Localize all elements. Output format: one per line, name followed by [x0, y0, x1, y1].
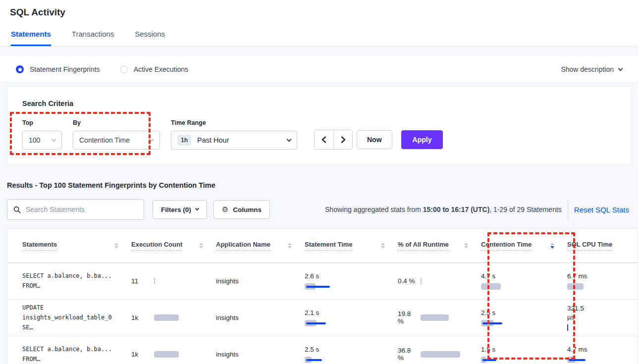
- column-header-label: % of All Runtime: [398, 241, 449, 251]
- gear-icon: ⚙: [222, 205, 228, 214]
- statement-text-line[interactable]: FROM…: [22, 354, 121, 364]
- now-button[interactable]: Now: [357, 130, 392, 149]
- time-range-label: Time Range: [171, 119, 297, 126]
- radio-selected-icon[interactable]: [16, 65, 24, 73]
- chevron-down-icon: [195, 207, 199, 210]
- cell-value: 2.5 s: [305, 345, 319, 354]
- table-header-row: StatementsExecution CountApplication Nam…: [7, 229, 638, 262]
- sort-toggle-icon[interactable]: [464, 243, 468, 249]
- value-with-bar: 2.5 s: [305, 345, 388, 363]
- prev-time-button[interactable]: [315, 130, 333, 149]
- bar-blue: [482, 359, 496, 361]
- value-with-bar: 19.8 %: [398, 310, 471, 325]
- top-select[interactable]: 100: [22, 131, 62, 150]
- results-heading: Results - Top 100 Statement Fingerprints…: [7, 181, 638, 189]
- statement-cell: SELECT a.balance, b.ba...FROM…: [7, 336, 131, 364]
- cell-value: 321.5 µs: [567, 304, 592, 322]
- reset-sql-stats-link[interactable]: Reset SQL Stats: [574, 206, 631, 214]
- table-row[interactable]: SELECT a.balance, b.ba...FROM…11insights…: [7, 262, 638, 299]
- value-bar: [421, 278, 471, 284]
- application-name-cell: insights: [216, 299, 305, 336]
- radio-statement-fingerprints[interactable]: Statement Fingerprints: [16, 65, 100, 73]
- bar-gray: [567, 283, 584, 290]
- sort-toggle-icon[interactable]: [288, 243, 292, 249]
- page-header: SQL Activity Statements Transactions Ses…: [0, 0, 638, 47]
- execution-count-cell: 11: [131, 262, 216, 299]
- chevron-down-icon: [52, 137, 56, 142]
- column-header-label: Application Name: [216, 241, 270, 251]
- search-statements-box[interactable]: [7, 199, 144, 220]
- divider: [568, 200, 568, 219]
- bar-gray: [421, 351, 460, 358]
- bar-blue: [482, 322, 502, 324]
- column-header: % of All Runtime: [398, 229, 481, 262]
- bar-gray: [154, 351, 179, 358]
- columns-button[interactable]: ⚙ Columns: [213, 200, 270, 219]
- cell-value: 2.6 s: [305, 272, 319, 281]
- chevron-down-icon: [287, 137, 292, 142]
- value-with-bar: 1k: [131, 314, 206, 321]
- view-toggle-group: Statement Fingerprints Active Executions: [16, 65, 188, 73]
- time-range-badge: 1h: [177, 135, 191, 146]
- statement-text-line[interactable]: insights_workload_table_0 SE…: [22, 312, 121, 332]
- by-select-value: Contention Time: [79, 136, 130, 144]
- cell-value: 1k: [131, 314, 152, 321]
- contention-time-cell: 2.5 s: [481, 299, 567, 336]
- tab-sessions[interactable]: Sessions: [135, 30, 165, 46]
- value-bar: [567, 283, 628, 290]
- value-bar: [154, 278, 206, 284]
- table-row[interactable]: SELECT a.balance, b.ba...FROM…1kinsights…: [7, 336, 638, 364]
- chevron-down-icon: [150, 137, 155, 142]
- by-select[interactable]: Contention Time: [73, 131, 160, 150]
- bar-blue: [306, 286, 330, 288]
- sort-toggle-icon[interactable]: [381, 243, 385, 249]
- column-header: Execution Count: [131, 229, 216, 262]
- statement-text-line[interactable]: SELECT a.balance, b.ba...: [22, 271, 121, 281]
- value-with-bar: 11: [131, 277, 206, 285]
- radio-unselected-icon[interactable]: [120, 65, 128, 73]
- search-criteria-card: Search Criteria Top 100 By Contention Ti…: [7, 86, 631, 165]
- sql-cpu-time-cell: 321.5 µs: [567, 299, 638, 336]
- value-bar: [421, 314, 471, 321]
- value-bar: [481, 357, 557, 363]
- bar-blue: [569, 359, 585, 361]
- value-bar: [305, 357, 388, 363]
- results-controls-row: Filters (0) ⚙ Columns Showing aggregated…: [7, 199, 631, 220]
- cell-value: 4.7 ms: [567, 345, 587, 354]
- sql-cpu-time-cell: 4.7 ms: [567, 336, 638, 364]
- pct-runtime-cell: 0.4 %: [398, 262, 481, 299]
- value-bar: [481, 283, 557, 290]
- value-bar: [305, 283, 388, 290]
- statement-text-line[interactable]: SELECT a.balance, b.ba...: [22, 344, 121, 354]
- bar-blue: [306, 359, 322, 361]
- chevron-left-icon: [321, 136, 327, 143]
- execution-count-cell: 1k: [131, 299, 216, 336]
- filters-button[interactable]: Filters (0): [153, 200, 207, 219]
- statement-time-cell: 2.1 s: [305, 299, 398, 336]
- time-range-select[interactable]: 1h Past Hour: [171, 131, 297, 150]
- search-statements-input[interactable]: [26, 206, 138, 213]
- value-bar: [481, 320, 557, 326]
- tab-statements[interactable]: Statements: [11, 30, 51, 46]
- radio-active-executions[interactable]: Active Executions: [120, 65, 189, 73]
- application-name-cell: insights: [216, 336, 305, 364]
- value-with-bar: 4.7 s: [481, 272, 557, 290]
- value-bar: [421, 351, 471, 358]
- sort-toggle-icon[interactable]: [199, 243, 203, 249]
- chevron-right-icon: [340, 136, 346, 143]
- statement-text-line[interactable]: FROM…: [22, 281, 121, 291]
- show-description-toggle[interactable]: Show description: [561, 65, 622, 73]
- top-field: Top 100: [22, 119, 62, 150]
- time-nav-group: Now Apply: [314, 130, 443, 150]
- value-bar: [154, 351, 206, 358]
- aggregated-stats-text: Showing aggregated stats from 15:00 to 1…: [325, 206, 562, 213]
- tab-transactions[interactable]: Transactions: [72, 30, 114, 46]
- sort-toggle-icon[interactable]: [114, 243, 118, 249]
- apply-button[interactable]: Apply: [401, 130, 443, 149]
- statement-text-line[interactable]: UPDATE: [22, 303, 121, 312]
- table-row[interactable]: UPDATEinsights_workload_table_0 SE…1kins…: [7, 299, 638, 336]
- sort-toggle-icon[interactable]: [550, 243, 554, 249]
- cell-value: 4.7 s: [481, 272, 495, 281]
- value-with-bar: 2.6 s: [305, 272, 388, 290]
- next-time-button[interactable]: [333, 130, 352, 149]
